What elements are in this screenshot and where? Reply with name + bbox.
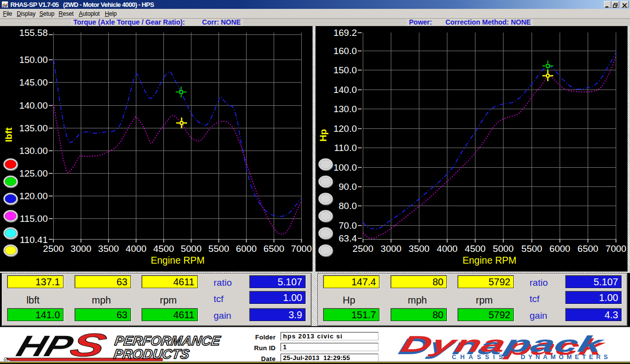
- svg-text:120.00: 120.00: [19, 191, 48, 201]
- svg-text:2500: 2500: [352, 243, 373, 254]
- svg-text:140.0: 140.0: [333, 85, 357, 95]
- svg-text:110.0: 110.0: [334, 143, 357, 153]
- svg-text:DYNAMOMETERS: DYNAMOMETERS: [521, 354, 611, 361]
- svg-text:4000: 4000: [437, 243, 457, 254]
- svg-text:5000: 5000: [493, 243, 513, 254]
- svg-text:3000: 3000: [380, 243, 401, 254]
- svg-text:5500: 5500: [521, 243, 542, 254]
- svg-text:140.00: 140.00: [19, 100, 48, 111]
- svg-text:3000: 3000: [70, 243, 91, 254]
- svg-text:90.0: 90.0: [339, 182, 357, 192]
- svg-text:Engine RPM: Engine RPM: [151, 255, 204, 266]
- svg-text:120.0: 120.0: [333, 123, 357, 134]
- svg-text:7000: 7000: [605, 243, 626, 254]
- svg-text:Dynapack: Dynapack: [398, 331, 607, 357]
- svg-text:4000: 4000: [126, 243, 146, 254]
- svg-text:80.0: 80.0: [339, 201, 357, 211]
- svg-text:3500: 3500: [98, 243, 119, 254]
- svg-text:150.0: 150.0: [333, 65, 357, 75]
- svg-text:R: R: [5, 359, 7, 362]
- svg-text:2500: 2500: [43, 243, 63, 254]
- svg-text:7000: 7000: [291, 243, 312, 254]
- svg-text:5500: 5500: [208, 243, 229, 254]
- svg-text:lbft: lbft: [3, 127, 14, 142]
- svg-text:6000: 6000: [236, 243, 256, 254]
- svg-text:125.00: 125.00: [19, 168, 48, 179]
- svg-text:6500: 6500: [577, 243, 598, 254]
- svg-text:Engine RPM: Engine RPM: [463, 255, 516, 266]
- svg-text:169.2: 169.2: [333, 28, 357, 38]
- svg-text:130.0: 130.0: [333, 104, 357, 114]
- svg-text:Hp: Hp: [318, 129, 328, 141]
- svg-text:4500: 4500: [153, 243, 174, 254]
- svg-text:70.0: 70.0: [339, 220, 357, 231]
- svg-text:145.00: 145.00: [19, 77, 48, 88]
- svg-text:6500: 6500: [263, 243, 284, 254]
- svg-text:150.00: 150.00: [19, 55, 48, 65]
- svg-text:160.0: 160.0: [333, 46, 357, 56]
- svg-text:155.58: 155.58: [19, 28, 48, 38]
- svg-text:3500: 3500: [409, 243, 429, 254]
- svg-text:6000: 6000: [549, 243, 570, 254]
- svg-text:115.00: 115.00: [20, 213, 48, 224]
- svg-text:63.4: 63.4: [339, 233, 357, 243]
- svg-text:CHASSIS: CHASSIS: [452, 354, 507, 361]
- svg-text:130.00: 130.00: [19, 146, 48, 156]
- svg-text:135.00: 135.00: [19, 123, 48, 133]
- svg-text:4500: 4500: [465, 243, 485, 254]
- svg-text:5000: 5000: [181, 243, 201, 254]
- svg-text:100.0: 100.0: [333, 162, 357, 173]
